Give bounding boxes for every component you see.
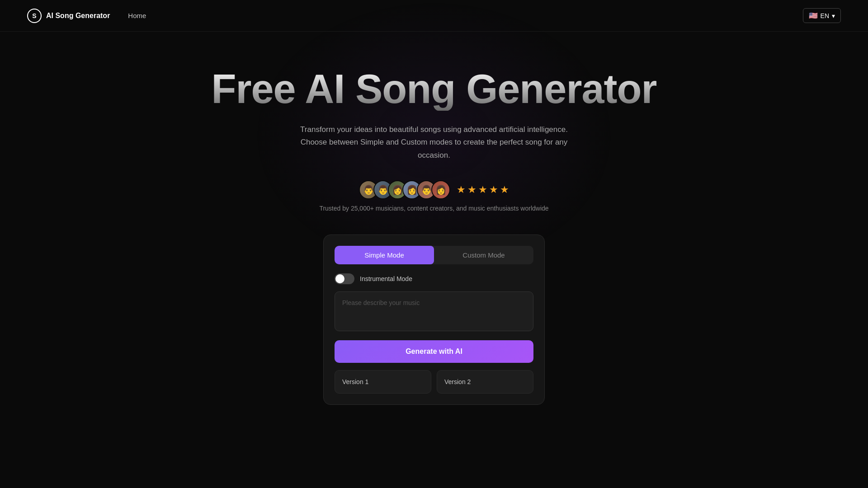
version-2-label: Version 2: [444, 378, 471, 385]
version-2-card: Version 2: [437, 370, 533, 394]
avatar-group: 👨 👨 👩 👩 👨 👩: [359, 180, 450, 199]
instrumental-toggle-row: Instrumental Mode: [335, 273, 533, 284]
flag-icon: 🇺🇸: [809, 11, 818, 20]
navbar-left: S AI Song Generator Home: [27, 9, 146, 23]
chevron-down-icon: ▾: [832, 12, 835, 19]
star-5: ★: [500, 184, 509, 196]
version-row: Version 1 Version 2: [335, 370, 533, 394]
language-selector[interactable]: 🇺🇸 EN ▾: [803, 8, 841, 23]
nav-home-link[interactable]: Home: [128, 12, 146, 19]
logo-text: AI Song Generator: [46, 12, 110, 20]
avatar: 👩: [431, 180, 450, 199]
tab-custom-mode[interactable]: Custom Mode: [434, 246, 533, 264]
toggle-knob: [335, 274, 344, 283]
generator-card: Simple Mode Custom Mode Instrumental Mod…: [323, 235, 545, 405]
star-rating: ★ ★ ★ ★ ★: [457, 184, 509, 196]
navbar: S AI Song Generator Home 🇺🇸 EN ▾: [0, 0, 868, 32]
hero-section: Free AI Song Generator Transform your id…: [0, 32, 868, 405]
mode-tabs: Simple Mode Custom Mode: [335, 246, 533, 264]
generate-button[interactable]: Generate with AI: [335, 340, 533, 363]
star-4: ★: [489, 184, 498, 196]
version-1-card: Version 1: [335, 370, 431, 394]
music-description-input[interactable]: [335, 291, 533, 331]
star-3: ★: [478, 184, 487, 196]
page-title: Free AI Song Generator: [212, 68, 657, 111]
instrumental-label: Instrumental Mode: [360, 275, 412, 282]
hero-subtitle: Transform your ideas into beautiful song…: [294, 123, 574, 163]
social-proof: 👨 👨 👩 👩 👨 👩 ★ ★ ★ ★ ★: [359, 180, 509, 199]
lang-code: EN: [821, 12, 829, 19]
version-1-label: Version 1: [342, 378, 368, 385]
logo[interactable]: S AI Song Generator: [27, 9, 110, 23]
star-2: ★: [467, 184, 476, 196]
logo-icon: S: [27, 9, 42, 23]
instrumental-toggle[interactable]: [335, 273, 354, 284]
social-proof-text: Trusted by 25,000+ musicians, content cr…: [319, 205, 548, 212]
star-1: ★: [457, 184, 466, 196]
tab-simple-mode[interactable]: Simple Mode: [335, 246, 434, 264]
